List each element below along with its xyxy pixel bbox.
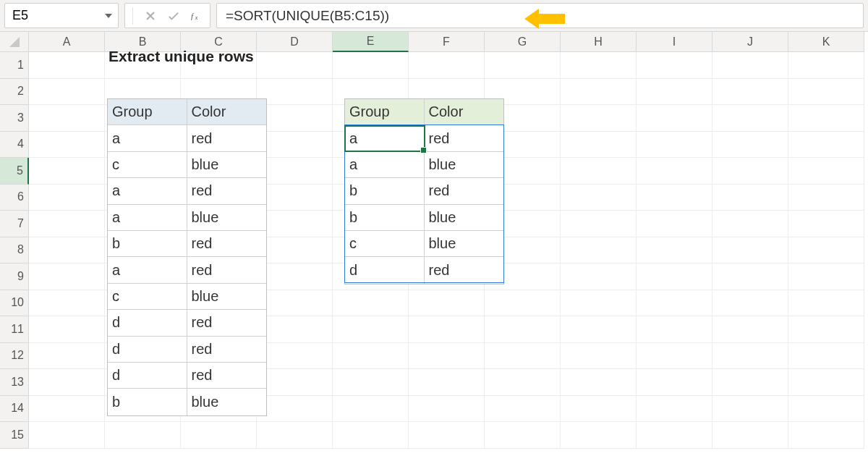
fx-icon[interactable]: f x bbox=[191, 10, 203, 22]
table-cell[interactable]: blue bbox=[187, 284, 267, 310]
col-header[interactable]: J bbox=[712, 32, 788, 52]
row-header[interactable]: 10 bbox=[0, 290, 29, 317]
page-title: Extract unique rows bbox=[109, 48, 254, 65]
row-header[interactable]: 8 bbox=[0, 237, 29, 264]
table-cell[interactable]: b bbox=[345, 178, 425, 204]
table-cell[interactable]: c bbox=[345, 231, 425, 257]
table-cell[interactable]: d bbox=[108, 310, 187, 336]
col-header-color[interactable]: Color bbox=[425, 99, 504, 125]
row-header[interactable]: 4 bbox=[0, 132, 29, 159]
row-header[interactable]: 12 bbox=[0, 343, 29, 370]
result-table: Group Color ared ablue bred bblue cblue … bbox=[344, 98, 504, 284]
table-cell[interactable]: a bbox=[108, 125, 187, 151]
table-cell[interactable]: a bbox=[108, 205, 187, 231]
table-cell[interactable]: b bbox=[345, 205, 425, 231]
chevron-down-icon[interactable] bbox=[105, 14, 112, 18]
table-cell[interactable]: blue bbox=[425, 205, 504, 231]
svg-text:f: f bbox=[191, 11, 195, 20]
table-cell[interactable]: red bbox=[187, 231, 267, 257]
col-header[interactable]: I bbox=[637, 32, 712, 52]
callout-arrow-icon bbox=[524, 9, 565, 29]
row-header[interactable]: 1 bbox=[0, 52, 29, 79]
table-cell[interactable]: a bbox=[345, 125, 425, 151]
row-header[interactable]: 15 bbox=[0, 422, 29, 449]
col-header[interactable]: K bbox=[788, 32, 864, 52]
name-box-input[interactable] bbox=[11, 7, 83, 24]
row-header[interactable]: 2 bbox=[0, 79, 29, 106]
table-cell[interactable]: red bbox=[187, 337, 267, 363]
col-header-group[interactable]: Group bbox=[345, 99, 425, 125]
table-cell[interactable]: red bbox=[187, 178, 267, 204]
col-header[interactable]: F bbox=[409, 32, 485, 52]
formula-bar: f x =SORT(UNIQUE(B5:C15)) bbox=[0, 0, 868, 32]
table-cell[interactable]: a bbox=[108, 178, 187, 204]
row-header[interactable]: 6 bbox=[0, 185, 29, 211]
table-cell[interactable]: d bbox=[345, 257, 425, 283]
table-cell[interactable]: blue bbox=[187, 152, 267, 178]
formula-bar-buttons: f x bbox=[124, 3, 210, 28]
svg-text:x: x bbox=[195, 14, 198, 21]
name-box[interactable] bbox=[4, 3, 119, 28]
source-table: Group Color ared cblue ared ablue bred a… bbox=[107, 98, 267, 416]
row-header[interactable]: 3 bbox=[0, 105, 29, 132]
table-cell[interactable]: c bbox=[108, 152, 187, 178]
row-header[interactable]: 11 bbox=[0, 316, 29, 343]
col-header-group[interactable]: Group bbox=[108, 99, 187, 125]
col-header[interactable]: E bbox=[333, 32, 409, 52]
cancel-icon[interactable] bbox=[145, 10, 156, 22]
table-cell[interactable]: d bbox=[108, 337, 187, 363]
table-cell[interactable]: blue bbox=[425, 231, 504, 257]
table-cell[interactable]: red bbox=[425, 125, 504, 151]
row-header[interactable]: 14 bbox=[0, 396, 29, 423]
col-header[interactable]: H bbox=[561, 32, 637, 52]
table-cell[interactable]: red bbox=[425, 257, 504, 283]
table-cell[interactable]: a bbox=[345, 152, 425, 178]
table-cell[interactable]: red bbox=[187, 310, 267, 336]
col-header[interactable]: D bbox=[257, 32, 333, 52]
table-cell[interactable]: red bbox=[187, 257, 267, 283]
select-all-corner[interactable] bbox=[0, 32, 29, 52]
col-header-color[interactable]: Color bbox=[187, 99, 267, 125]
col-header[interactable]: G bbox=[485, 32, 561, 52]
row-header[interactable]: 7 bbox=[0, 211, 29, 237]
col-header[interactable]: A bbox=[29, 32, 105, 52]
row-header[interactable]: 5 bbox=[0, 158, 29, 185]
table-cell[interactable]: a bbox=[108, 257, 187, 283]
table-cell[interactable]: b bbox=[108, 389, 187, 415]
table-cell[interactable]: b bbox=[108, 231, 187, 257]
table-cell[interactable]: blue bbox=[187, 205, 267, 231]
table-cell[interactable]: d bbox=[108, 363, 187, 389]
table-cell[interactable]: red bbox=[187, 363, 267, 389]
row-header[interactable]: 13 bbox=[0, 369, 29, 396]
table-cell[interactable]: blue bbox=[187, 389, 267, 415]
row-header[interactable]: 9 bbox=[0, 263, 29, 290]
formula-text: =SORT(UNIQUE(B5:C15)) bbox=[226, 8, 389, 24]
enter-icon[interactable] bbox=[168, 10, 179, 22]
table-cell[interactable]: red bbox=[187, 125, 267, 151]
table-cell[interactable]: c bbox=[108, 284, 187, 310]
table-cell[interactable]: blue bbox=[425, 152, 504, 178]
table-cell[interactable]: red bbox=[425, 178, 504, 204]
